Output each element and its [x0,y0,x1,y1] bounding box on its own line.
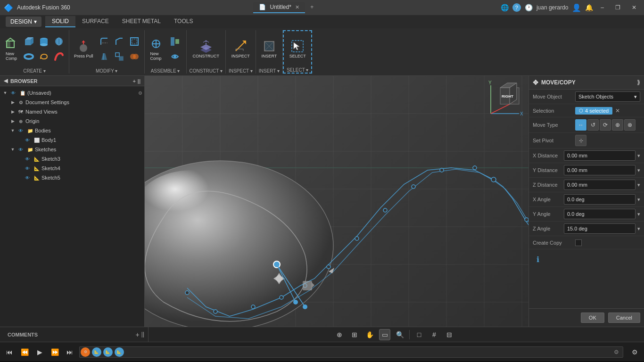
design-button[interactable]: DESIGN ▾ [6,16,41,27]
browser-collapse-right-icon[interactable]: || [138,78,140,84]
select-mode-icon[interactable]: ▭ [379,329,390,340]
move-object-dropdown[interactable]: Sketch Objects ▾ [575,91,640,102]
tree-item-origin[interactable]: ▶ ⊕ Origin [0,116,144,126]
tree-visibility-icon[interactable]: 👁 [9,89,17,97]
timeline-item-4[interactable]: 📐 [115,347,124,357]
tree-item-sketches[interactable]: ▼ 👁 📁 Sketches [0,145,144,154]
comments-collapse-icon[interactable]: || [141,331,144,338]
tree-item-named-views[interactable]: ▶ 🗺 Named Views [0,107,144,116]
tree-item-sketch4[interactable]: 👁 📐 Sketch4 [0,164,144,173]
y-distance-input[interactable]: 0.00 mm [564,165,636,175]
tree-visibility-body1-icon[interactable]: 👁 [24,136,31,144]
x-angle-dropdown-arrow[interactable]: ▾ [637,197,640,203]
tab-sheetmetal[interactable]: SHEET METAL [116,16,167,27]
grid-snap-icon[interactable]: ⊞ [349,329,360,340]
restore-btn[interactable]: ❐ [611,2,624,13]
comments-add-icon[interactable]: + [136,331,140,338]
tree-visibility-sketches-icon[interactable]: 👁 [17,146,25,153]
cylinder-btn[interactable] [37,34,51,49]
construct-offset-plane-btn[interactable]: CONSTRUCT [190,38,221,60]
timeline-play-btn[interactable]: ▶ [34,346,45,358]
timeline-item-2[interactable]: 📐 [92,347,101,357]
timeline-next-step-btn[interactable]: ⏩ [49,346,60,358]
tree-item-doc-settings[interactable]: ▶ ⚙ Document Settings [0,98,144,107]
create-new-component-btn[interactable]: NewComp [3,35,20,63]
chamfer-btn[interactable] [112,34,126,49]
fillet-btn[interactable] [97,34,111,49]
z-distance-input[interactable]: 0.00 mm [564,180,636,190]
combine-btn[interactable] [127,49,141,64]
torus-btn[interactable] [22,49,36,64]
tab-surface[interactable]: SURFACE [75,16,116,27]
browser-collapse-icon[interactable]: ◀ [4,78,8,84]
set-pivot-btn[interactable]: ⊹ [575,135,586,146]
timeline-prev-step-btn[interactable]: ⏪ [19,346,30,358]
snap-cursor-icon[interactable]: ⊕ [334,329,345,340]
selection-button[interactable]: ⬡ 4 selected [575,107,612,115]
zoom-icon[interactable]: 🔍 [394,329,405,340]
z-angle-dropdown-arrow[interactable]: ▾ [637,226,640,232]
select-btn[interactable]: SELECT [288,38,308,60]
move-type-translate-btn[interactable]: ↔ [575,119,586,131]
selection-clear-btn[interactable]: ✕ [614,107,621,114]
notifications-icon[interactable]: 🔔 [585,4,593,11]
tree-visibility-sketch4-icon[interactable]: 👁 [24,165,31,172]
tab-tools[interactable]: TOOLS [167,16,199,27]
pan-icon[interactable]: ✋ [364,329,375,340]
browser-add-icon[interactable]: + [132,78,135,84]
create-copy-checkbox[interactable] [575,239,582,246]
x-distance-dropdown-arrow[interactable]: ▾ [637,153,640,159]
shell-btn[interactable] [127,34,141,49]
coil-btn[interactable] [37,49,51,64]
move-type-rotate2-btn[interactable]: ⟳ [600,119,611,131]
close-tab-btn[interactable]: ✕ [295,4,299,10]
cancel-button[interactable]: Cancel [608,313,640,323]
move-type-rotate-btn[interactable]: ↺ [587,119,599,131]
ok-button[interactable]: OK [581,313,604,323]
inspect-measure-btn[interactable]: INSPECT [230,38,252,60]
tree-item-unsaved[interactable]: ▼ 👁 📋 (Unsaved) ⚙ [0,88,144,98]
tab-solid[interactable]: SOLID [45,16,75,27]
timeline-end-settings-icon[interactable]: ⚙ [629,346,640,358]
properties-expand-icon[interactable]: ⟫ [637,79,640,86]
x-angle-input[interactable]: 0.0 deg [564,194,636,205]
timeline-item-3[interactable]: 📐 [103,347,113,357]
help-icon[interactable]: ? [512,3,521,12]
move-type-point-btn[interactable]: ⊕ [612,119,623,131]
tree-visibility-sketch3-icon[interactable]: 👁 [24,155,31,163]
z-distance-dropdown-arrow[interactable]: ▾ [637,182,640,188]
assemble-joint-btn[interactable] [166,34,183,49]
timeline-play-prev-btn[interactable]: ⏮ [4,346,15,358]
move-type-align-btn[interactable]: ⊗ [624,119,636,131]
y-angle-dropdown-arrow[interactable]: ▾ [637,211,640,217]
x-distance-input[interactable]: 0.00 mm [564,150,636,161]
timeline-item-1[interactable]: ⚙ [81,347,90,357]
tree-visibility-sketch5-icon[interactable]: 👁 [24,174,31,181]
pipe-btn[interactable] [52,49,66,64]
tree-visibility-bodies-icon[interactable]: 👁 [17,127,25,134]
viewport[interactable]: X Y Z RIGHT [145,76,528,327]
view-settings-icon[interactable]: ⊟ [444,329,455,340]
minimize-btn[interactable]: – [597,2,608,13]
tree-item-body1[interactable]: 👁 ⬜ Body1 [0,135,144,145]
timeline-play-next-btn[interactable]: ⏭ [64,346,75,358]
box-btn[interactable] [22,34,36,49]
insert-mesh-btn[interactable]: INSERT [259,38,279,60]
new-tab-btn[interactable]: + [306,4,317,10]
joint-btn[interactable]: NewComp [148,35,165,63]
tree-item-sketch5[interactable]: 👁 📐 Sketch5 [0,173,144,182]
assemble-motion-btn[interactable] [166,49,183,64]
tree-item-sketch3[interactable]: 👁 📐 Sketch3 [0,154,144,164]
timeline-settings-icon[interactable]: ⚙ [614,349,619,355]
tree-settings-icon[interactable]: ⚙ [138,90,142,96]
close-btn[interactable]: ✕ [628,2,640,13]
scale-btn[interactable] [112,49,126,64]
display-mode-icon[interactable]: □ [413,329,425,340]
sphere-btn[interactable] [52,34,66,49]
press-pull-btn[interactable]: Press Pull [72,38,95,60]
draft-btn[interactable] [97,49,111,64]
tree-item-bodies[interactable]: ▼ 👁 📁 Bodies [0,126,144,135]
z-angle-input[interactable]: 15.0 deg [564,223,636,234]
y-distance-dropdown-arrow[interactable]: ▾ [637,167,640,173]
grid-icon[interactable]: # [429,329,440,340]
